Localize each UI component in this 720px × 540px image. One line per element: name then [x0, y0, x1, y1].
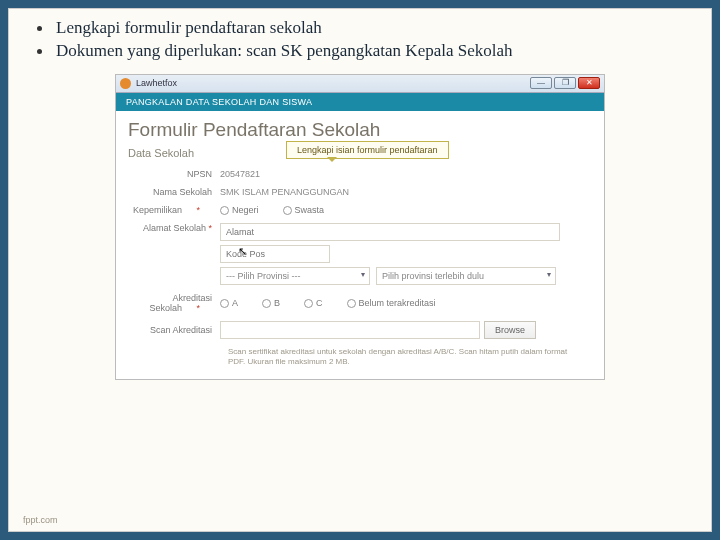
kepemilikan-label: Kepemilikan *	[128, 205, 220, 215]
app-header: PANGKALAN DATA SEKOLAH DAN SISWA	[116, 93, 604, 111]
akreditasi-label: Akreditasi Sekolah *	[128, 293, 220, 313]
provinsi-hint-select[interactable]: Pilih provinsi terlebih dulu	[376, 267, 556, 285]
row-akreditasi: Akreditasi Sekolah * A B C Belum terakre…	[128, 293, 592, 313]
npsn-value: 20547821	[220, 169, 260, 179]
embedded-screenshot: Lawhetfox — ❐ ✕ PANGKALAN DATA SEKOLAH D…	[115, 74, 605, 381]
radio-icon	[347, 299, 356, 308]
radio-icon	[262, 299, 271, 308]
radio-negeri[interactable]: Negeri	[220, 205, 271, 215]
slide-card: Lengkapi formulir pendaftaran sekolah Do…	[8, 8, 712, 532]
nama-label: Nama Sekolah	[128, 187, 220, 197]
bullet-list: Lengkapi formulir pendaftaran sekolah Do…	[37, 17, 683, 62]
window-controls: — ❐ ✕	[530, 77, 600, 89]
row-alamat: Alamat Sekolah * --- Pilih Provinsi --- …	[128, 223, 592, 285]
close-button[interactable]: ✕	[578, 77, 600, 89]
radio-icon	[304, 299, 313, 308]
firefox-icon	[120, 78, 131, 89]
radio-icon	[220, 299, 229, 308]
radio-b[interactable]: B	[262, 298, 292, 308]
scan-helper-text: Scan sertifikat akreditasi untuk sekolah…	[228, 347, 568, 368]
bullet-item: Dokumen yang diperlukan: scan SK pengang…	[37, 40, 683, 61]
bullet-dot-icon	[37, 26, 42, 31]
row-nama: Nama Sekolah SMK ISLAM PENANGGUNGAN	[128, 187, 592, 197]
footer-watermark: fppt.com	[23, 515, 58, 525]
row-scan: Scan Akreditasi Browse	[128, 321, 592, 339]
alamat-label: Alamat Sekolah *	[128, 223, 220, 233]
radio-c[interactable]: C	[304, 298, 335, 308]
maximize-button[interactable]: ❐	[554, 77, 576, 89]
radio-none[interactable]: Belum terakreditasi	[347, 298, 448, 308]
window-titlebar: Lawhetfox — ❐ ✕	[116, 75, 604, 93]
bullet-text: Lengkapi formulir pendaftaran sekolah	[56, 17, 322, 38]
scan-label: Scan Akreditasi	[128, 325, 220, 335]
window-title: Lawhetfox	[136, 78, 530, 88]
alamat-input[interactable]	[220, 223, 560, 241]
radio-swasta[interactable]: Swasta	[283, 205, 337, 215]
bullet-dot-icon	[37, 49, 42, 54]
minimize-button[interactable]: —	[530, 77, 552, 89]
bullet-item: Lengkapi formulir pendaftaran sekolah	[37, 17, 683, 38]
radio-a[interactable]: A	[220, 298, 250, 308]
row-npsn: NPSN 20547821	[128, 169, 592, 179]
browse-button[interactable]: Browse	[484, 321, 536, 339]
kodepos-input[interactable]	[220, 245, 330, 263]
scan-file-input[interactable]	[220, 321, 480, 339]
npsn-label: NPSN	[128, 169, 220, 179]
radio-icon	[220, 206, 229, 215]
callout-tooltip: Lengkapi isian formulir pendaftaran	[286, 141, 449, 159]
nama-value: SMK ISLAM PENANGGUNGAN	[220, 187, 349, 197]
radio-icon	[283, 206, 292, 215]
row-kepemilikan: Kepemilikan * Negeri Swasta	[128, 205, 592, 215]
bullet-text: Dokumen yang diperlukan: scan SK pengang…	[56, 40, 513, 61]
form-section: Data Sekolah Lengkapi isian formulir pen…	[116, 147, 604, 380]
provinsi-select[interactable]: --- Pilih Provinsi ---	[220, 267, 370, 285]
